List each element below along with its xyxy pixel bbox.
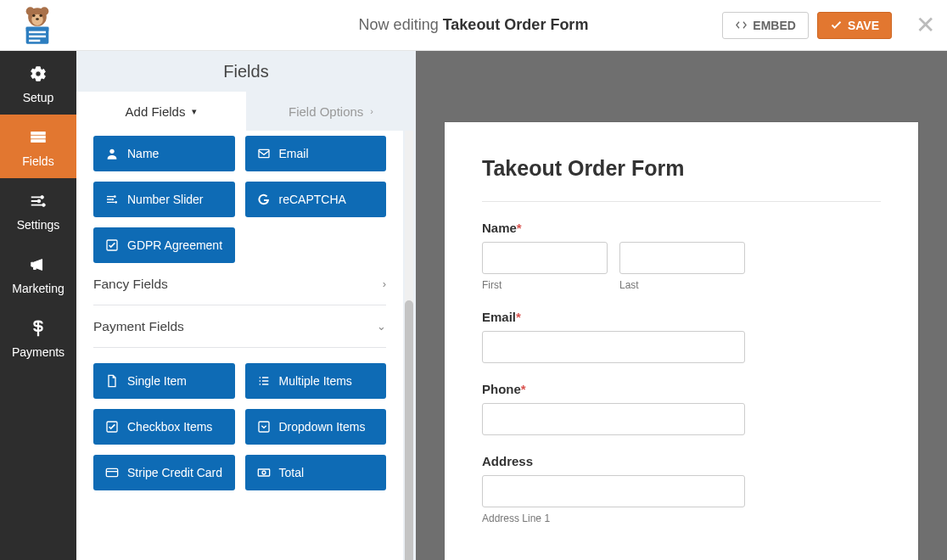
embed-button[interactable]: EMBED: [722, 12, 809, 39]
field-button-numslider[interactable]: Number Slider: [93, 182, 235, 217]
field-button-stripe[interactable]: Stripe Credit Card: [93, 455, 235, 490]
chevron-right-icon: ›: [370, 106, 373, 116]
field-phone[interactable]: Phone*: [482, 382, 881, 435]
chevron-right-icon: ›: [383, 277, 386, 290]
nav-fields[interactable]: Fields: [0, 115, 76, 178]
input-address-line1[interactable]: [482, 475, 745, 507]
input-email[interactable]: [482, 331, 745, 363]
card-icon: [105, 466, 119, 479]
field-button-dropdown[interactable]: Dropdown Items: [245, 409, 387, 445]
field-button-single[interactable]: Single Item: [93, 363, 235, 399]
envelope-icon: [257, 147, 271, 160]
left-nav: Setup Fields Settings Marketing Payments: [0, 51, 76, 560]
form-title: Takeout Order Form: [482, 156, 881, 181]
top-bar: Now editing Takeout Order Form EMBED SAV…: [0, 0, 947, 51]
required-mark: *: [517, 221, 522, 235]
svg-point-17: [32, 14, 35, 16]
app-logo: [12, 0, 63, 51]
chevron-down-icon: ▾: [192, 106, 197, 117]
bullhorn-icon: [26, 253, 50, 277]
field-button-total[interactable]: Total: [245, 455, 387, 490]
field-button-gdpr[interactable]: GDPR Agreement: [93, 227, 235, 263]
field-button-name[interactable]: Name: [93, 136, 235, 171]
input-phone[interactable]: [482, 403, 745, 435]
fields-panel: Fields Add Fields▾ Field Options› NameEm…: [76, 51, 416, 560]
tab-field-options[interactable]: Field Options›: [246, 92, 416, 131]
list-icon: [257, 374, 271, 388]
close-button[interactable]: ✕: [916, 11, 935, 39]
nav-settings[interactable]: Settings: [0, 178, 76, 242]
nav-marketing[interactable]: Marketing: [0, 242, 76, 305]
caretbox-icon: [257, 420, 271, 434]
user-icon: [105, 147, 119, 160]
required-mark: *: [521, 382, 526, 396]
sliders-icon: [26, 189, 50, 213]
google-icon: [257, 193, 271, 206]
field-address[interactable]: Address Address Line 1: [482, 454, 881, 524]
dollar-icon: [26, 316, 50, 340]
tab-add-fields[interactable]: Add Fields▾: [76, 92, 246, 131]
money-icon: [257, 466, 271, 479]
form-icon: [26, 126, 50, 149]
form-preview[interactable]: Takeout Order Form Name* First Last Emai…: [445, 122, 918, 560]
nav-setup[interactable]: Setup: [0, 51, 76, 115]
svg-rect-24: [29, 39, 40, 42]
nav-payments[interactable]: Payments: [0, 305, 76, 369]
save-button[interactable]: SAVE: [817, 12, 892, 39]
now-editing-label: Now editing Takeout Order Form: [359, 16, 589, 34]
chevron-down-icon: ⌄: [377, 320, 386, 333]
form-name: Takeout Order Form: [443, 16, 589, 33]
svg-point-19: [36, 18, 39, 20]
check-icon: [830, 19, 843, 31]
code-icon: [735, 19, 748, 31]
field-list[interactable]: NameEmailNumber SliderreCAPTCHAGDPR Agre…: [76, 131, 403, 560]
input-first-name[interactable]: [482, 242, 608, 274]
field-button-multiple[interactable]: Multiple Items: [245, 363, 387, 399]
field-button-recaptcha[interactable]: reCAPTCHA: [245, 182, 387, 217]
field-button-email[interactable]: Email: [245, 136, 387, 171]
svg-rect-21: [26, 26, 49, 31]
section-payment-fields[interactable]: Payment Fields ⌄: [93, 305, 386, 348]
svg-point-18: [40, 14, 42, 16]
scrollbar-thumb[interactable]: [405, 300, 413, 560]
field-name[interactable]: Name* First Last: [482, 221, 881, 291]
panel-title: Fields: [76, 51, 416, 92]
check-icon: [105, 238, 119, 252]
file-icon: [105, 374, 119, 388]
check-icon: [105, 420, 119, 434]
scrollbar[interactable]: [405, 131, 413, 560]
section-fancy-fields[interactable]: Fancy Fields ›: [93, 263, 386, 305]
preview-area: Takeout Order Form Name* First Last Emai…: [416, 51, 947, 560]
field-email[interactable]: Email*: [482, 310, 881, 363]
gear-icon: [26, 62, 50, 86]
svg-rect-22: [29, 31, 46, 33]
sliders-icon: [105, 193, 119, 206]
svg-rect-23: [29, 35, 46, 37]
required-mark: *: [516, 310, 521, 324]
field-button-checkbox[interactable]: Checkbox Items: [93, 409, 235, 445]
input-last-name[interactable]: [619, 242, 745, 274]
divider: [482, 201, 881, 202]
